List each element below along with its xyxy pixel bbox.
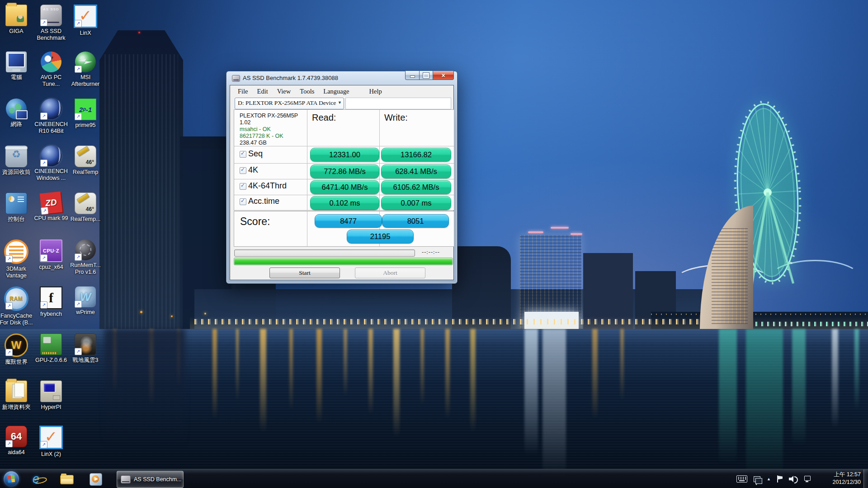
checkbox-4k-64thrd[interactable] xyxy=(240,183,246,190)
desktop-icon-wow[interactable]: W魔獸世界 xyxy=(0,333,34,366)
desktop-icon-giga[interactable]: GIGA xyxy=(0,5,34,35)
desktop-icon-hyperpi[interactable]: HyperPI xyxy=(33,380,69,411)
control-panel-icon xyxy=(5,192,27,214)
desktop-icon-realtemp-2[interactable]: 46°RealTemp... xyxy=(67,192,104,223)
score-panel: Score: 8477 8051 21195 xyxy=(234,211,454,247)
acc-write-value: 0.007 ms xyxy=(381,196,451,210)
desktop-icon-gpuz[interactable]: GPU-Z.0.6.6 xyxy=(33,333,69,364)
cpuz-icon: CPU·Z xyxy=(40,239,62,262)
retro-pc-icon xyxy=(40,380,62,402)
progress-bar xyxy=(234,249,415,257)
score-label: Score: xyxy=(240,216,270,228)
drive-firmware: 1.02 xyxy=(240,119,298,126)
window-title: AS SSD Benchmark 1.7.4739.38088 xyxy=(243,71,338,84)
media-player-icon[interactable] xyxy=(89,472,102,486)
acc-read-value: 0.102 ms xyxy=(310,196,379,210)
menu-edit[interactable]: Edit xyxy=(253,87,273,96)
desktop-icon-label: 3DMark Vantage xyxy=(0,266,34,279)
desktop-icon-label: LinX (2) xyxy=(33,451,69,458)
desktop-icon-realtemp[interactable]: 46°RealTemp xyxy=(67,145,104,176)
start-button[interactable]: Start xyxy=(269,267,340,278)
desktop-icon-label: 魔獸世界 xyxy=(0,359,34,366)
desktop-icon-aida64[interactable]: 64aida64 xyxy=(0,426,34,456)
maximize-button[interactable] xyxy=(420,71,433,80)
minimize-button[interactable] xyxy=(405,71,420,80)
menu-language[interactable]: Language xyxy=(319,87,354,96)
action-center-flag-icon[interactable] xyxy=(777,475,783,483)
4k-read-value: 772.86 MB/s xyxy=(310,164,379,178)
desktop-icon-avg[interactable]: AVG PC Tune... xyxy=(33,52,69,88)
desktop-icon-frybench[interactable]: ffrybench xyxy=(33,286,69,318)
desktop-icon-label: 控制台 xyxy=(0,216,34,223)
file-explorer-icon[interactable] xyxy=(60,472,73,486)
drive-capacity: 238.47 GB xyxy=(240,140,298,146)
desktop-icon-network[interactable]: 網路 xyxy=(0,99,34,128)
drive-select-dropdown[interactable]: D: PLEXTOR PX-256M5P ATA Device ▼ xyxy=(235,98,344,109)
start-button-orb[interactable] xyxy=(4,471,19,487)
desktop-icon-new-folder[interactable]: 新增資料夾 xyxy=(0,380,34,411)
input-method-icon[interactable] xyxy=(736,475,747,483)
w-icon: W xyxy=(75,286,96,307)
desktop-icon-computer[interactable]: 電腦 xyxy=(0,52,34,81)
language-bar-icon[interactable] xyxy=(754,476,760,482)
desktop-icon-label: AS SSD Benchmark xyxy=(33,28,69,42)
thermometer-icon: 46° xyxy=(75,192,96,214)
drive-select-value: D: PLEXTOR PX-256M5P ATA Device xyxy=(238,99,336,107)
dark-orb-icon xyxy=(75,239,96,260)
checkbox-acc-time[interactable] xyxy=(240,198,246,205)
desktop-icon-label: LinX xyxy=(67,30,104,37)
seq-write-value: 13166.82 xyxy=(381,148,451,162)
desktop-icon-linx-2[interactable]: LinX (2) xyxy=(33,426,69,458)
aida64-icon: 64 xyxy=(5,426,27,447)
show-desktop-button[interactable] xyxy=(863,469,868,488)
menu-view[interactable]: View xyxy=(273,87,296,96)
time-remaining: --:--:-- xyxy=(422,249,440,256)
desktop-icon-recycle-bin[interactable]: 資源回收筒 xyxy=(0,145,34,176)
desktop-icon-linx[interactable]: LinX xyxy=(67,5,104,37)
wow-icon: W xyxy=(5,333,28,357)
desktop-icon-label: frybench xyxy=(33,311,69,318)
folder-icon xyxy=(5,380,27,402)
network-icon[interactable] xyxy=(803,476,811,482)
thermometer-icon: 46° xyxy=(75,145,96,167)
checkbox-4k[interactable] xyxy=(240,167,246,174)
taskbar-button-as-ssd[interactable]: AS SSD Benchm... xyxy=(117,471,184,488)
desktop-icon-cpuz[interactable]: CPU·Zcpuz_x64 xyxy=(33,239,69,271)
desktop-icon-battlefield3[interactable]: 戰地風雲3 xyxy=(67,333,104,364)
desktop-icon-cinebench-r10[interactable]: CINEBENCH R10 64Bit xyxy=(33,99,69,135)
f-icon: f xyxy=(40,286,62,309)
water xyxy=(0,329,868,488)
desktop-icon-control-panel[interactable]: 控制台 xyxy=(0,192,34,223)
desktop-icon-cpu-mark-99[interactable]: ZDCPU mark 99 xyxy=(33,192,69,222)
desktop-icon-label: FancyCache For Disk (B... xyxy=(0,313,34,326)
volume-icon[interactable] xyxy=(789,476,797,482)
desktop-icon-cinebench-windows[interactable]: CINEBENCH Windows ... xyxy=(33,145,69,182)
desktop-icon-wprime[interactable]: WwPrime xyxy=(67,286,104,316)
windows-logo-icon xyxy=(7,475,15,483)
app-icon xyxy=(232,75,240,82)
desktop-icon-msi-afterburner[interactable]: MSI Afterburner xyxy=(67,52,104,88)
empty-textbox[interactable] xyxy=(345,98,451,109)
green-orb-icon xyxy=(75,52,96,72)
desktop-icon-fancycache[interactable]: RAMFancyCache For Disk (B... xyxy=(0,286,34,326)
checkbox-seq[interactable] xyxy=(240,151,246,158)
desktop-icon-label: RunMemT... Pro v1.6 xyxy=(67,262,104,276)
menu-help[interactable]: Help xyxy=(364,87,386,96)
show-hidden-icons[interactable]: ▲ xyxy=(767,477,771,481)
desktop-icon-prime95[interactable]: 2ᵖ-1prime95 xyxy=(67,99,104,129)
desktop-icon-runmemtest[interactable]: RunMemT... Pro v1.6 xyxy=(67,239,104,276)
desktop-icon-as-ssd[interactable]: AS SSDAS SSD Benchmark xyxy=(33,5,69,42)
desktop-icon-3dmark-vantage[interactable]: 3DMark Vantage xyxy=(0,239,34,279)
4k-write-value: 628.41 MB/s xyxy=(381,164,451,178)
close-button[interactable]: × xyxy=(433,71,454,80)
internet-explorer-icon[interactable]: e xyxy=(33,472,46,486)
abort-button[interactable]: Abort xyxy=(355,267,425,278)
taskbar-clock[interactable]: 上午 12:57 2012/12/30 xyxy=(832,471,861,486)
menu-tools[interactable]: Tools xyxy=(295,87,319,96)
menu-file[interactable]: File xyxy=(233,87,253,96)
desktop-icon-label: MSI Afterburner xyxy=(67,74,104,88)
score-read-value: 8477 xyxy=(315,214,382,228)
results-table: PLEXTOR PX-256M5P 1.02 msahci - OK 86217… xyxy=(234,109,454,211)
chevron-down-icon: ▼ xyxy=(338,100,342,105)
desktop-icon-label: 新增資料夾 xyxy=(0,404,34,411)
